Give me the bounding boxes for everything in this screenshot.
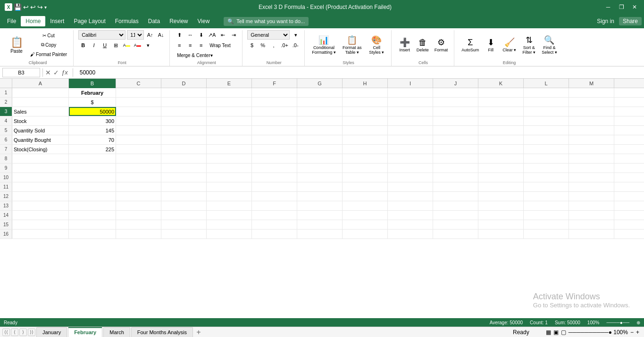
- list-item[interactable]: [207, 116, 252, 125]
- more-font-button[interactable]: ▾: [143, 41, 153, 50]
- row-header-13[interactable]: 13: [0, 201, 12, 210]
- list-item[interactable]: [252, 230, 297, 238]
- list-item[interactable]: [569, 88, 614, 97]
- zoom-out-btn[interactable]: −: [630, 329, 634, 332]
- list-item[interactable]: [524, 107, 569, 116]
- list-item[interactable]: [252, 192, 297, 201]
- row-header-8[interactable]: 8: [0, 154, 12, 163]
- list-item[interactable]: [388, 211, 433, 220]
- list-item[interactable]: [207, 164, 252, 173]
- list-item[interactable]: [297, 211, 343, 220]
- list-item[interactable]: [343, 135, 388, 144]
- list-item[interactable]: [207, 173, 252, 182]
- sort-filter-button[interactable]: ⇅ Sort &Filter ▾: [519, 33, 538, 57]
- list-item[interactable]: [252, 201, 297, 210]
- list-item[interactable]: [161, 107, 207, 116]
- list-item[interactable]: [297, 173, 343, 182]
- list-item[interactable]: [252, 126, 297, 135]
- tab-nav-next[interactable]: ⟩: [19, 329, 27, 332]
- list-item[interactable]: [388, 154, 433, 163]
- tab-january[interactable]: January: [36, 327, 67, 332]
- add-sheet-button[interactable]: +: [194, 328, 203, 332]
- list-item[interactable]: [207, 154, 252, 163]
- list-item[interactable]: [343, 230, 388, 238]
- list-item[interactable]: [12, 192, 69, 201]
- formula-input[interactable]: [78, 68, 642, 77]
- list-item[interactable]: [433, 116, 478, 125]
- list-item[interactable]: [433, 164, 478, 173]
- list-item[interactable]: [297, 126, 343, 135]
- select-all-corner[interactable]: [0, 79, 12, 88]
- list-item[interactable]: [343, 164, 388, 173]
- list-item[interactable]: [433, 135, 478, 144]
- list-item[interactable]: [116, 88, 161, 97]
- list-item[interactable]: [12, 182, 69, 191]
- list-item[interactable]: [478, 192, 524, 201]
- list-item[interactable]: [478, 201, 524, 210]
- list-item[interactable]: [478, 88, 524, 97]
- help-search[interactable]: 🔍 Tell me what you want to do...: [224, 17, 309, 26]
- list-item[interactable]: [524, 116, 569, 125]
- col-header-M[interactable]: M: [569, 79, 614, 88]
- list-item[interactable]: [69, 220, 116, 229]
- indent-decrease-button[interactable]: ⇤: [218, 30, 227, 40]
- list-item[interactable]: [343, 145, 388, 154]
- list-item[interactable]: [569, 211, 614, 220]
- list-item[interactable]: [207, 126, 252, 135]
- col-header-I[interactable]: I: [388, 79, 433, 88]
- list-item[interactable]: [161, 182, 207, 191]
- col-header-G[interactable]: G: [297, 79, 343, 88]
- list-item[interactable]: [12, 230, 69, 238]
- list-item[interactable]: [252, 116, 297, 125]
- insert-button[interactable]: ➕ Insert: [396, 33, 413, 57]
- list-item[interactable]: [478, 230, 524, 238]
- comma-button[interactable]: ,: [269, 41, 278, 50]
- list-item[interactable]: [161, 154, 207, 163]
- list-item[interactable]: [433, 145, 478, 154]
- list-item[interactable]: [252, 173, 297, 182]
- list-item[interactable]: [433, 154, 478, 163]
- list-item[interactable]: [12, 211, 69, 220]
- bold-button[interactable]: B: [78, 41, 88, 50]
- list-item[interactable]: [388, 98, 433, 107]
- list-item[interactable]: [478, 126, 524, 135]
- list-item[interactable]: [207, 145, 252, 154]
- list-item[interactable]: [207, 182, 252, 191]
- list-item[interactable]: [569, 173, 614, 182]
- list-item[interactable]: [69, 173, 116, 182]
- name-box[interactable]: [2, 68, 40, 77]
- row-header-11[interactable]: 11: [0, 182, 12, 191]
- list-item[interactable]: [116, 192, 161, 201]
- list-item[interactable]: [252, 145, 297, 154]
- col-header-B[interactable]: B: [69, 79, 116, 88]
- confirm-icon[interactable]: ✓: [53, 69, 59, 76]
- list-item[interactable]: [388, 164, 433, 173]
- col-header-A[interactable]: A: [12, 79, 69, 88]
- list-item[interactable]: [207, 88, 252, 97]
- delete-button[interactable]: 🗑 Delete: [414, 33, 431, 57]
- list-item[interactable]: [116, 126, 161, 135]
- list-item[interactable]: [12, 164, 69, 173]
- list-item[interactable]: 300: [69, 116, 116, 125]
- list-item[interactable]: [524, 145, 569, 154]
- list-item[interactable]: [297, 164, 343, 173]
- zoom-slider[interactable]: ────●──: [606, 320, 629, 325]
- merge-center-button[interactable]: Merge & Center ▾: [175, 51, 215, 59]
- list-item[interactable]: [569, 154, 614, 163]
- list-item[interactable]: [524, 98, 569, 107]
- currency-button[interactable]: $: [247, 41, 257, 50]
- list-item[interactable]: [569, 164, 614, 173]
- list-item[interactable]: [116, 230, 161, 238]
- list-item[interactable]: [297, 145, 343, 154]
- col-header-F[interactable]: F: [252, 79, 297, 88]
- list-item[interactable]: [12, 220, 69, 229]
- view-page[interactable]: ▣: [553, 329, 559, 332]
- fill-color-button[interactable]: A▬: [122, 41, 131, 50]
- col-header-K[interactable]: K: [478, 79, 524, 88]
- font-color-button[interactable]: A▬: [133, 41, 142, 50]
- align-bottom-button[interactable]: ⬇: [196, 30, 206, 40]
- list-item[interactable]: [343, 220, 388, 229]
- list-item[interactable]: [297, 116, 343, 125]
- merge-center-arrow[interactable]: ▾: [210, 53, 213, 58]
- list-item[interactable]: [388, 220, 433, 229]
